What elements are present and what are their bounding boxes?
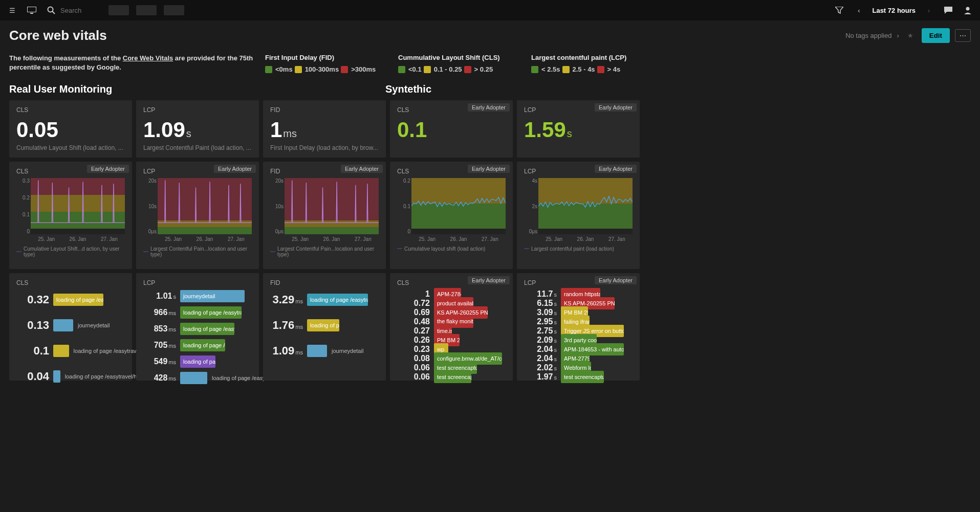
no-tags-label[interactable]: No tags applied [845, 32, 891, 39]
list-tile[interactable]: Early AdopterCLS1APM-2784260.72product a… [390, 273, 513, 381]
list-item[interactable]: 1.01sjourneydetail [143, 290, 252, 303]
list-item[interactable]: 705msloading of page /easytravel/... [143, 339, 252, 352]
chart-tile[interactable]: Early AdopterLCP4s2s0μs25. Jan26. Jan27.… [517, 162, 640, 269]
chart-caption: 〰Largest Contentful Pain...location and … [143, 246, 252, 257]
bar-fill: test screencapture [434, 371, 471, 383]
filter-chip[interactable] [164, 5, 184, 15]
list-item[interactable]: 549msloading of page /easytravel/... [143, 355, 252, 368]
bar-value: 1.01s [143, 292, 176, 301]
bar-value: 0.69 [397, 308, 430, 317]
bar-value: 2.02s [524, 363, 557, 372]
bar-value: 0.27 [397, 326, 430, 336]
list-tile[interactable]: CLS0.32loading of page /easytravel/co...… [9, 273, 132, 381]
bar-fill: loading of page /easytravel/... [180, 323, 234, 335]
search-input[interactable] [60, 7, 101, 14]
bar-value: 1.09ms [270, 344, 303, 358]
kpi-tile[interactable]: CLS0.05Cumulative Layout Shift (load act… [9, 100, 132, 158]
kpi-value: 0.1 [397, 118, 427, 142]
list-item[interactable]: 0.13journeydetail [16, 315, 125, 336]
bar-value: 0.13 [16, 319, 49, 332]
list-item[interactable]: 3.29msloading of page /easytravel... [270, 290, 379, 310]
bar-value: 853ms [143, 324, 176, 333]
filter-chip[interactable] [136, 5, 157, 15]
bar-value: 1.97s [524, 372, 557, 382]
bar-value: 2.09s [524, 336, 557, 345]
timeframe-picker[interactable]: Last 72 hours [872, 7, 916, 14]
tile-label: CLS [16, 106, 125, 114]
mini-chart: 0.30.20.10 [31, 178, 125, 234]
list-tile[interactable]: Early AdopterLCP11.7srandom httpstat.us6… [517, 273, 640, 381]
bar-value: 0.04 [16, 370, 49, 383]
chart-tile[interactable]: Early AdopterFID20s10s0μs25. Jan26. Jan2… [263, 162, 386, 269]
list-item[interactable]: 0.06test screencapture [397, 372, 506, 381]
bar-value: 0.08 [397, 354, 430, 363]
swatch-yellow [295, 66, 302, 73]
list-item[interactable]: 1.09msjourneydetail [270, 341, 379, 361]
list-tile[interactable]: FID3.29msloading of page /easytravel...1… [263, 273, 386, 381]
monitor-icon[interactable] [26, 4, 38, 16]
list-item[interactable]: 0.1loading of page /easytravel/se... [16, 341, 125, 361]
bar-fill: loading of page /easytravel... [307, 294, 368, 306]
core-web-vitals-link[interactable]: Core Web Vitals [123, 54, 173, 62]
edit-button[interactable]: Edit [922, 28, 950, 43]
early-adopter-badge: Early Adopter [468, 103, 510, 112]
section-synthetic: Syntethic [385, 83, 971, 95]
kpi-description: Largest Contentful Paint (load action, .… [143, 144, 252, 151]
page-header: Core web vitals No tags applied › ★ Edit… [0, 20, 980, 54]
chat-icon[interactable] [942, 4, 954, 16]
legend-lcp: Largest contentful paint (LCP) < 2.5s 2.… [531, 54, 654, 73]
early-adopter-badge: Early Adopter [468, 276, 510, 284]
list-item[interactable]: 853msloading of page /easytravel/... [143, 322, 252, 336]
chart-tile[interactable]: Early AdopterCLS0.20.1025. Jan26. Jan27.… [390, 162, 513, 269]
user-icon[interactable] [962, 4, 974, 16]
list-item[interactable]: 0.04loading of page /easytravel/h... [16, 366, 125, 385]
search-box [45, 4, 101, 16]
star-icon[interactable]: ★ [904, 30, 917, 42]
mini-chart: 20s10s0μs [285, 178, 379, 234]
kpi-value: 0.05 [16, 118, 58, 142]
kpi-tile[interactable]: LCP1.09sLargest Contentful Paint (load a… [136, 100, 259, 158]
mini-chart: 20s10s0μs [158, 178, 252, 234]
list-tile[interactable]: LCP1.01sjourneydetail966msloading of pag… [136, 273, 259, 381]
kpi-tile[interactable]: Early AdopterCLS0.1 [390, 100, 513, 158]
early-adopter-badge: Early Adopter [468, 165, 510, 173]
filter-icon[interactable] [833, 4, 845, 16]
chevron-right-icon[interactable]: › [897, 32, 899, 39]
chart-caption: 〰Largest contentful paint (load action) [524, 246, 633, 252]
list-item[interactable]: 428msloading of page /easytravel/... [143, 371, 252, 385]
chevron-left-icon[interactable]: ‹ [853, 4, 865, 16]
bar-value: 11.7s [524, 290, 557, 299]
menu-icon[interactable]: ☰ [6, 4, 18, 16]
list-item[interactable]: 0.32loading of page /easytravel/co... [16, 290, 125, 310]
chevron-right-icon[interactable]: › [923, 4, 935, 16]
list-item[interactable]: 1.97stest screencapture (1) [524, 372, 633, 381]
bar-value: 966ms [143, 308, 176, 317]
more-button[interactable]: ⋯ [955, 29, 971, 42]
chart-tile[interactable]: Early AdopterLCP20s10s0μs25. Jan26. Jan2… [136, 162, 259, 269]
bar-fill: loading of page /easytravel/... [180, 339, 225, 351]
bar-value: 0.1 [16, 344, 49, 358]
list-item[interactable]: 966msloading of page /easytravel/... [143, 306, 252, 319]
bar-value: 428ms [143, 373, 176, 383]
chart-row: Early AdopterCLS0.30.20.1025. Jan26. Jan… [0, 162, 980, 273]
chart-tile[interactable]: Early AdopterCLS0.30.20.1025. Jan26. Jan… [9, 162, 132, 269]
bar-value: 2.75s [524, 326, 557, 336]
kpi-description: Cumulative Layout Shift (load action, ..… [16, 144, 125, 151]
bar-value: 0.06 [397, 372, 430, 382]
kpi-row: CLS0.05Cumulative Layout Shift (load act… [0, 100, 980, 162]
bar-value: 2.04s [524, 345, 557, 354]
bar-fill: loading of page /easytravel/... [180, 306, 242, 319]
bar-value: 1.76ms [270, 319, 303, 332]
bar-fill [180, 372, 207, 384]
kpi-tile[interactable]: FID1msFirst Input Delay (load action, by… [263, 100, 386, 158]
swatch-green [265, 66, 272, 73]
search-icon[interactable] [45, 4, 57, 16]
kpi-tile[interactable]: Early AdopterLCP1.59s [517, 100, 640, 158]
swatch-red [341, 66, 348, 73]
filter-chip[interactable] [108, 5, 129, 15]
section-titles: Real User Monitoring Syntethic [0, 80, 980, 100]
bar-value: 0.72 [397, 299, 430, 308]
early-adopter-badge: Early Adopter [87, 165, 129, 173]
bar-fill [53, 345, 69, 357]
list-item[interactable]: 1.76msloading of page /easytravel... [270, 315, 379, 336]
